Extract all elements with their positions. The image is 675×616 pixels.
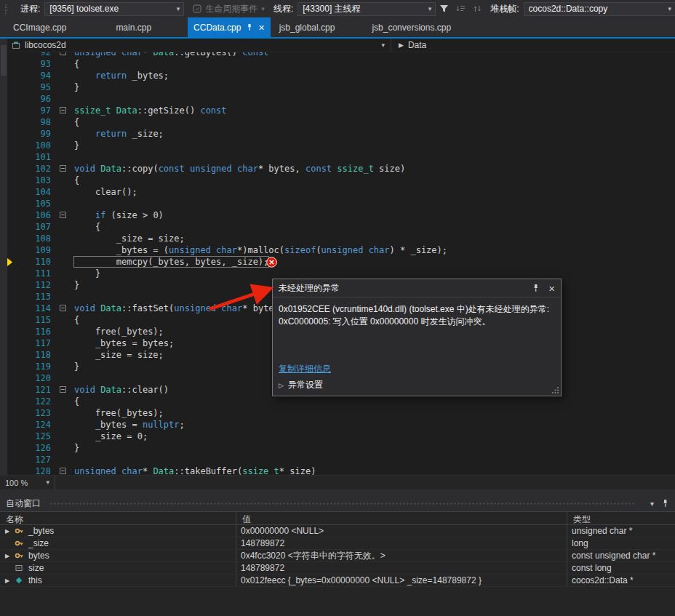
- expand-icon[interactable]: ▶: [3, 553, 12, 559]
- tab-jsb_global.cpp[interactable]: jsb_global.cpp: [276, 17, 338, 37]
- toolbar-grip[interactable]: [5, 4, 7, 14]
- column-header-name[interactable]: 名称: [0, 512, 236, 524]
- breakpoint-margin[interactable]: [7, 442, 26, 454]
- breakpoint-margin[interactable]: [7, 105, 26, 116]
- breakpoint-margin[interactable]: [7, 58, 26, 70]
- code-editor[interactable]: 92−unsigned char* Data::getBytes() const…: [0, 52, 675, 475]
- collapse-icon[interactable]: −: [60, 165, 66, 172]
- code-line-122[interactable]: 122{: [7, 396, 675, 407]
- code-line-108[interactable]: 108 _size = size;: [7, 233, 675, 244]
- code-line-124[interactable]: 124 _bytes = nullptr;: [7, 419, 675, 431]
- drag-handle[interactable]: [49, 502, 634, 505]
- breakpoint-margin[interactable]: [7, 396, 26, 407]
- code-line-99[interactable]: 99 return _size;: [7, 128, 675, 140]
- autos-row-this[interactable]: ▶this0x012feecc {_bytes=0x00000000 <NULL…: [0, 575, 675, 587]
- process-dropdown[interactable]: [9356] toolset.exe ▾: [44, 2, 184, 16]
- code-line-104[interactable]: 104 clear();: [7, 186, 675, 198]
- code-line-106[interactable]: 106− if (size > 0): [7, 209, 675, 221]
- breakpoint-margin[interactable]: [7, 431, 26, 442]
- code-line-126[interactable]: 126}: [7, 442, 675, 454]
- thread-dropdown[interactable]: [43300] 主线程 ▾: [297, 2, 436, 16]
- collapse-icon[interactable]: −: [60, 386, 66, 393]
- lifecycle-events-button[interactable]: 生命周期事件 ▾: [193, 3, 265, 15]
- collapse-icon[interactable]: −: [60, 212, 66, 218]
- variable-value[interactable]: 148789872: [236, 562, 567, 574]
- tab-jsb_conversions.cpp[interactable]: jsb_conversions.cpp: [369, 17, 454, 37]
- code-line-96[interactable]: 96: [7, 93, 675, 105]
- breakpoint-margin[interactable]: [7, 454, 26, 465]
- breakpoint-margin[interactable]: [7, 140, 26, 151]
- breakpoint-margin[interactable]: [7, 175, 26, 186]
- code-line-100[interactable]: 100}: [7, 140, 675, 151]
- scrollbar-thumb[interactable]: [1, 45, 7, 76]
- autos-row-_size[interactable]: _size148789872long: [0, 537, 675, 550]
- exception-settings-expander[interactable]: ▷ 异常设置: [279, 379, 323, 391]
- breakpoint-margin[interactable]: [7, 244, 26, 256]
- copy-details-link[interactable]: 复制详细信息: [279, 363, 331, 375]
- breakpoint-margin[interactable]: [7, 303, 26, 314]
- scope-dropdown[interactable]: ▶ Data: [391, 39, 675, 52]
- resize-grip[interactable]: [551, 386, 559, 394]
- window-menu-icon[interactable]: ▾: [650, 500, 654, 508]
- breakpoint-margin[interactable]: [7, 128, 26, 140]
- close-icon[interactable]: ×: [548, 283, 555, 294]
- expand-icon[interactable]: ▶: [3, 577, 12, 584]
- breakpoint-margin[interactable]: [7, 407, 26, 419]
- breakpoint-margin[interactable]: [7, 419, 26, 431]
- stackframe-dropdown[interactable]: cocos2d::Data::copy ▾: [524, 2, 675, 16]
- breakpoint-margin[interactable]: [7, 93, 26, 105]
- breakpoint-margin[interactable]: [7, 465, 26, 475]
- breakpoint-margin[interactable]: [7, 337, 26, 349]
- breakpoint-margin[interactable]: [7, 198, 26, 209]
- variable-value[interactable]: 0x00000000 <NULL>: [236, 525, 567, 537]
- breakpoint-margin[interactable]: [7, 81, 26, 93]
- breakpoint-margin[interactable]: [7, 372, 26, 384]
- stack-navigate-button[interactable]: [473, 4, 482, 13]
- pin-icon[interactable]: [532, 284, 540, 292]
- collapse-icon[interactable]: −: [60, 305, 66, 311]
- code-line-111[interactable]: 111 }: [7, 268, 675, 279]
- code-line-105[interactable]: 105: [7, 198, 675, 209]
- breakpoint-margin[interactable]: [7, 52, 26, 58]
- code-line-128[interactable]: 128−unsigned char* Data::takeBuffer(ssiz…: [7, 465, 675, 475]
- code-line-123[interactable]: 123 free(_bytes);: [7, 407, 675, 419]
- tab-CCImage.cpp[interactable]: CCImage.cpp: [10, 17, 69, 37]
- close-icon[interactable]: ×: [258, 23, 264, 33]
- column-header-type[interactable]: 类型: [567, 512, 675, 524]
- breakpoint-margin[interactable]: [7, 151, 26, 163]
- autos-row-_bytes[interactable]: ▶_bytes0x00000000 <NULL>unsigned char *: [0, 525, 675, 537]
- code-line-109[interactable]: 109 _bytes = (unsigned char*)malloc(size…: [7, 244, 675, 256]
- collapse-icon[interactable]: −: [60, 52, 66, 55]
- breakpoint-margin[interactable]: [7, 233, 26, 244]
- autos-row-size[interactable]: size148789872const long: [0, 562, 675, 575]
- tab-main.cpp[interactable]: main.cpp: [113, 17, 154, 37]
- breakpoint-margin[interactable]: [7, 291, 26, 303]
- zoom-dropdown[interactable]: 100 % ▾: [0, 476, 55, 490]
- breakpoint-margin[interactable]: [7, 349, 26, 361]
- code-line-127[interactable]: 127: [7, 454, 675, 465]
- code-line-107[interactable]: 107 {: [7, 221, 675, 233]
- breakpoint-margin[interactable]: [7, 268, 26, 279]
- collapse-icon[interactable]: −: [60, 468, 66, 474]
- breakpoint-margin[interactable]: [7, 163, 26, 175]
- left-scrollbar[interactable]: [0, 39, 7, 489]
- filter-threads-button[interactable]: [439, 4, 449, 13]
- breakpoint-margin[interactable]: [7, 70, 26, 81]
- code-line-125[interactable]: 125 _size = 0;: [7, 431, 675, 442]
- code-line-94[interactable]: 94 return _bytes;: [7, 70, 675, 81]
- flag-threads-button[interactable]: [456, 4, 466, 13]
- variable-value[interactable]: 0x012feecc {_bytes=0x00000000 <NULL> _si…: [236, 575, 567, 586]
- code-line-97[interactable]: 97−ssize_t Data::getSize() const: [7, 105, 675, 116]
- code-line-95[interactable]: 95}: [7, 81, 675, 93]
- breakpoint-margin[interactable]: [7, 314, 26, 326]
- variable-value[interactable]: 148789872: [236, 537, 567, 549]
- code-line-110[interactable]: 110 memcpy(_bytes, bytes, _size);: [7, 256, 675, 268]
- code-line-92[interactable]: 92−unsigned char* Data::getBytes() const: [7, 52, 675, 58]
- tab-CCData.cpp[interactable]: CCData.cpp×: [188, 17, 271, 37]
- project-dropdown[interactable]: libcocos2d ▾: [7, 39, 391, 52]
- column-header-value[interactable]: 值: [236, 512, 567, 524]
- breakpoint-margin[interactable]: [7, 116, 26, 128]
- expand-icon[interactable]: ▶: [3, 528, 12, 535]
- code-line-103[interactable]: 103{: [7, 175, 675, 186]
- exception-error-icon[interactable]: [266, 257, 277, 268]
